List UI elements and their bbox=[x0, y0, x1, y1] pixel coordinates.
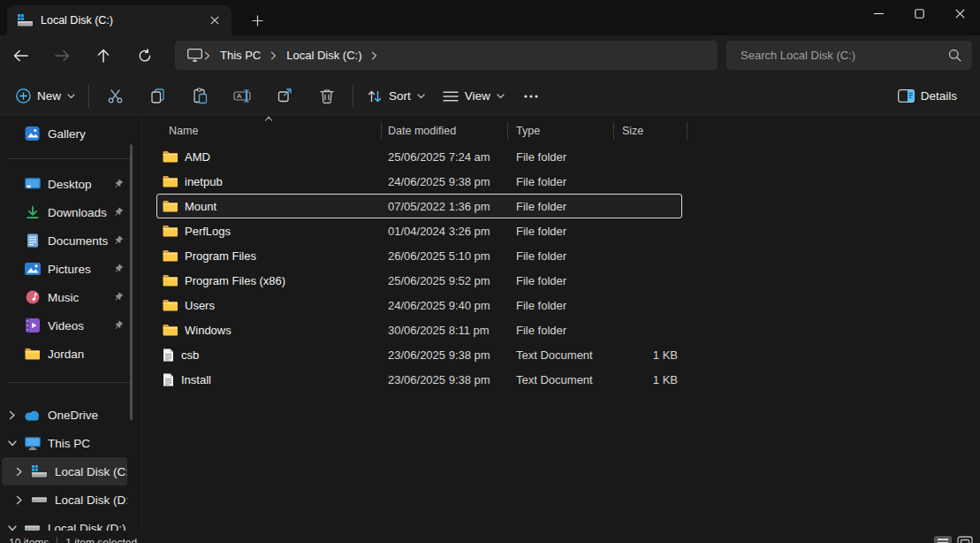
folder-icon bbox=[163, 200, 178, 212]
delete-button[interactable] bbox=[306, 80, 348, 112]
music-icon bbox=[24, 290, 41, 304]
file-name: Program Files bbox=[185, 249, 256, 263]
file-name: AMD bbox=[185, 150, 210, 164]
view-icon bbox=[443, 90, 459, 103]
file-name-cell: inetpub bbox=[142, 175, 381, 188]
new-tab-button[interactable] bbox=[245, 8, 270, 33]
copy-button[interactable] bbox=[136, 80, 179, 112]
pictures-icon bbox=[24, 263, 41, 275]
file-row-perflogs[interactable]: PerfLogs01/04/2024 3:26 pmFile folder bbox=[142, 218, 687, 243]
videos-icon bbox=[24, 318, 41, 333]
new-button-label: New bbox=[37, 89, 61, 103]
chevron-right-icon[interactable] bbox=[12, 467, 27, 477]
thispc-icon bbox=[24, 437, 41, 450]
breadcrumb-this-pc[interactable]: This PC bbox=[212, 49, 269, 62]
file-row-inetpub[interactable]: inetpub24/06/2025 9:38 pmFile folder bbox=[142, 169, 687, 194]
file-name: PerfLogs bbox=[185, 225, 231, 238]
chevron-down-icon bbox=[67, 94, 75, 99]
new-button[interactable]: New bbox=[7, 80, 84, 112]
breadcrumb-chevron-icon[interactable] bbox=[369, 51, 379, 60]
refresh-icon bbox=[138, 49, 152, 63]
back-button[interactable] bbox=[5, 41, 35, 71]
column-header-size[interactable]: Size bbox=[613, 125, 687, 137]
file-row-mount[interactable]: Mount07/05/2022 1:36 pmFile folder bbox=[142, 194, 687, 218]
details-pane-button[interactable]: Details bbox=[889, 80, 966, 112]
sidebar-item-onedrive[interactable]: OneDrive bbox=[2, 401, 127, 429]
details-pane-icon bbox=[898, 89, 915, 103]
refresh-button[interactable] bbox=[130, 41, 160, 71]
file-row-users[interactable]: Users24/06/2025 9:40 pmFile folder bbox=[142, 293, 687, 317]
column-resize-handle[interactable] bbox=[687, 122, 688, 140]
icons-view-toggle[interactable] bbox=[957, 536, 973, 543]
tab-close-icon[interactable] bbox=[207, 12, 223, 28]
chevron-right-icon[interactable] bbox=[5, 410, 19, 420]
plus-icon bbox=[252, 15, 263, 27]
pin-icon bbox=[112, 320, 124, 332]
item-count: 10 items bbox=[9, 537, 49, 543]
up-button[interactable] bbox=[88, 41, 118, 71]
column-header-date-modified[interactable]: Date modified bbox=[381, 125, 507, 137]
maximize-button[interactable] bbox=[899, 0, 939, 27]
sidebar-item-videos[interactable]: Videos bbox=[2, 311, 127, 340]
chevron-down-icon[interactable] bbox=[8, 436, 18, 450]
file-row-program-files-x86[interactable]: Program Files (x86)25/06/2025 9:52 pmFil… bbox=[142, 268, 687, 293]
details-view-toggle[interactable] bbox=[934, 536, 952, 543]
trash-icon bbox=[319, 88, 335, 104]
folder-icon bbox=[163, 249, 178, 262]
file-row-amd[interactable]: AMD25/06/2025 7:24 amFile folder bbox=[142, 144, 687, 169]
breadcrumb-chevron-icon[interactable] bbox=[202, 51, 212, 60]
file-name-cell: AMD bbox=[142, 150, 381, 164]
minimize-button[interactable] bbox=[858, 0, 899, 27]
sidebar-item-music[interactable]: Music bbox=[2, 283, 127, 311]
sort-button-label: Sort bbox=[389, 89, 411, 103]
pin-icon bbox=[112, 235, 124, 247]
sort-button[interactable]: Sort bbox=[358, 80, 434, 112]
cut-button[interactable] bbox=[94, 80, 136, 112]
file-date-modified: 24/06/2025 9:40 pm bbox=[381, 299, 507, 312]
share-button[interactable] bbox=[263, 80, 306, 112]
search-input[interactable] bbox=[739, 48, 948, 63]
sidebar-item-desktop[interactable]: Desktop bbox=[2, 170, 127, 198]
address-bar[interactable]: This PC Local Disk (C:) bbox=[175, 41, 718, 70]
column-header-name[interactable]: Name bbox=[142, 125, 381, 137]
toolbar-separator bbox=[88, 85, 89, 108]
explorer-tab[interactable]: Local Disk (C:) bbox=[7, 5, 232, 35]
sidebar-item-label: Local Disk (C:) bbox=[55, 465, 127, 478]
file-name: Install bbox=[181, 373, 211, 386]
rename-button[interactable]: A bbox=[221, 80, 263, 112]
sidebar-item-jordan[interactable]: Jordan bbox=[2, 340, 127, 368]
sidebar-item-pictures[interactable]: Pictures bbox=[2, 255, 127, 283]
close-button[interactable] bbox=[939, 0, 980, 27]
svg-text:A: A bbox=[237, 92, 242, 100]
file-name-cell: Windows bbox=[142, 324, 381, 337]
sidebar-item-local-disk-d[interactable]: Local Disk (D:) bbox=[2, 486, 127, 514]
forward-button[interactable] bbox=[47, 41, 77, 71]
file-row-windows[interactable]: Windows30/06/2025 8:11 pmFile folder bbox=[142, 317, 687, 342]
column-resize-handle[interactable] bbox=[507, 122, 508, 140]
file-row-program-files[interactable]: Program Files26/06/2025 5:10 pmFile fold… bbox=[142, 243, 687, 268]
chevron-right-icon[interactable] bbox=[12, 495, 27, 505]
sidebar-scrollbar[interactable] bbox=[130, 144, 133, 420]
search-box[interactable] bbox=[726, 41, 972, 70]
column-resize-handle[interactable] bbox=[381, 122, 382, 140]
sidebar-item-this-pc[interactable]: This PC bbox=[2, 429, 127, 457]
sidebar-item-gallery[interactable]: Gallery bbox=[2, 119, 127, 148]
paste-button[interactable] bbox=[179, 80, 221, 112]
view-button[interactable]: View bbox=[434, 80, 513, 112]
file-row-install[interactable]: Install23/06/2025 9:38 pmText Document1 … bbox=[142, 367, 687, 392]
drive-windows-icon bbox=[18, 14, 33, 27]
file-row-csb[interactable]: csb23/06/2025 9:38 pmText Document1 KB bbox=[142, 342, 687, 367]
breadcrumb-local-disk-c[interactable]: Local Disk (C:) bbox=[278, 49, 369, 62]
drive-icon bbox=[31, 496, 48, 504]
breadcrumb-chevron-icon[interactable] bbox=[269, 51, 278, 60]
sidebar-item-documents[interactable]: Documents bbox=[2, 226, 127, 255]
sidebar-item-downloads[interactable]: Downloads bbox=[2, 198, 127, 226]
file-date-modified: 07/05/2022 1:36 pm bbox=[381, 200, 507, 213]
monitor-icon[interactable] bbox=[187, 49, 202, 62]
column-header-type[interactable]: Type bbox=[507, 125, 613, 137]
sidebar-item-local-disk-c[interactable]: Local Disk (C:) bbox=[2, 457, 127, 486]
more-options-button[interactable] bbox=[513, 80, 549, 112]
search-icon[interactable] bbox=[948, 49, 961, 62]
file-name: Users bbox=[185, 299, 215, 312]
column-resize-handle[interactable] bbox=[613, 122, 614, 140]
